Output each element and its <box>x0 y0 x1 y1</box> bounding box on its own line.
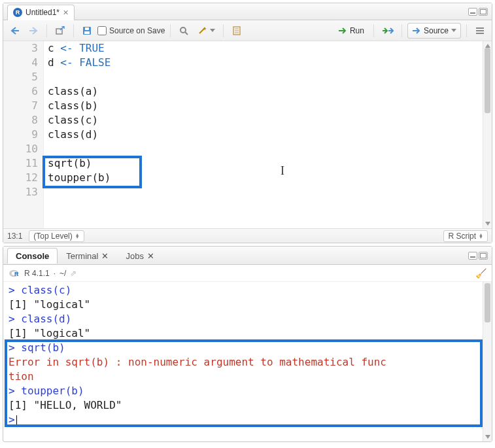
svg-line-5 <box>185 32 188 35</box>
text-cursor-icon: I <box>281 164 284 178</box>
tab-console[interactable]: Console <box>7 248 58 264</box>
rerun-button[interactable] <box>379 23 396 39</box>
maximize-pane-icon[interactable] <box>479 8 488 16</box>
scope-selector[interactable]: (Top Level) ▲▼ <box>29 230 84 242</box>
line-number: 4 <box>9 56 38 70</box>
minimize-pane-icon[interactable] <box>468 8 477 16</box>
tab-terminal-label: Terminal <box>66 251 98 261</box>
line-number: 6 <box>9 84 38 99</box>
go-to-dir-icon[interactable]: ⇗ <box>70 269 77 278</box>
close-icon[interactable]: ✕ <box>63 9 69 17</box>
filetype-label: R Script <box>448 232 476 241</box>
svg-point-4 <box>180 27 186 33</box>
line-number: 8 <box>9 113 38 128</box>
tab-jobs[interactable]: Jobs✕ <box>117 248 162 264</box>
popout-button[interactable] <box>52 23 68 39</box>
console-tab-bar: Console Terminal✕ Jobs✕ <box>3 247 492 265</box>
cursor-position: 13:1 <box>7 232 22 241</box>
tab-console-label: Console <box>16 251 49 261</box>
editor-status-bar: 13:1 (Top Level) ▲▼ R Script ▲▼ <box>3 228 492 243</box>
svg-text:R: R <box>14 271 19 277</box>
forward-button[interactable] <box>26 23 41 39</box>
source-button[interactable]: Source <box>407 23 461 39</box>
console-sep: · <box>54 269 56 278</box>
close-icon[interactable]: ✕ <box>101 251 109 261</box>
source-label: Source <box>424 26 449 35</box>
editor-tab[interactable]: R Untitled1* ✕ <box>7 5 75 20</box>
line-number: 13 <box>9 185 38 199</box>
code-area[interactable]: c <- TRUEd <- FALSE class(a)class(b)clas… <box>44 41 492 228</box>
line-number: 12 <box>9 171 38 185</box>
scrollbar-thumb[interactable] <box>485 283 490 322</box>
find-button[interactable] <box>176 23 192 39</box>
svg-rect-2 <box>85 27 89 30</box>
run-label: Run <box>350 26 364 35</box>
source-on-save-checkbox[interactable]: Source on Save <box>97 26 165 35</box>
run-arrow-icon <box>338 27 347 35</box>
editor-tab-bar: R Untitled1* ✕ <box>3 3 492 20</box>
close-icon[interactable]: ✕ <box>147 251 154 261</box>
r-logo-icon: R <box>9 269 20 278</box>
console-pane: Console Terminal✕ Jobs✕ R R 4.1.1 · ~/ ⇗… <box>3 246 492 442</box>
source-on-save-input[interactable] <box>97 26 107 35</box>
clear-console-icon[interactable]: 🧹 <box>475 268 486 279</box>
source-on-save-label: Source on Save <box>109 26 165 35</box>
save-button[interactable] <box>79 23 95 39</box>
line-number: 11 <box>9 156 38 171</box>
line-number: 3 <box>9 41 38 56</box>
notebook-button[interactable] <box>229 23 245 39</box>
scope-label: (Top Level) <box>33 232 72 241</box>
line-number: 9 <box>9 128 38 142</box>
tab-terminal[interactable]: Terminal✕ <box>58 248 117 264</box>
line-number: 10 <box>9 142 38 156</box>
source-arrow-icon <box>412 27 421 35</box>
line-gutter: 3 4 5 6 7 8 9 10 11 12 13 <box>3 41 44 228</box>
r-version: R 4.1.1 <box>24 269 50 278</box>
run-button[interactable]: Run <box>334 23 368 39</box>
code-editor[interactable]: 3 4 5 6 7 8 9 10 11 12 13 c <- TRUEd <- … <box>3 41 492 228</box>
svg-rect-3 <box>84 31 90 34</box>
editor-scrollbar[interactable] <box>483 41 492 228</box>
line-number: 7 <box>9 99 38 113</box>
line-number: 5 <box>9 70 38 84</box>
svg-line-6 <box>199 28 205 33</box>
scrollbar-thumb[interactable] <box>485 48 490 113</box>
editor-tab-title: Untitled1* <box>26 8 60 17</box>
console-output[interactable]: > class(c)[1] "logical"> class(d)[1] "lo… <box>3 282 492 441</box>
editor-pane: R Untitled1* ✕ Source on Save Run <box>3 3 492 243</box>
working-dir: ~/ <box>60 269 66 278</box>
tab-jobs-label: Jobs <box>126 251 143 261</box>
outline-button[interactable] <box>472 23 488 39</box>
editor-toolbar: Source on Save Run Source <box>3 20 492 41</box>
r-file-icon: R <box>13 8 22 17</box>
back-button[interactable] <box>7 23 23 39</box>
console-scrollbar[interactable] <box>483 282 492 441</box>
console-info-bar: R R 4.1.1 · ~/ ⇗ 🧹 <box>3 265 492 282</box>
maximize-pane-icon[interactable] <box>479 252 488 260</box>
minimize-pane-icon[interactable] <box>468 252 477 260</box>
magic-wand-button[interactable] <box>194 23 218 39</box>
filetype-selector[interactable]: R Script ▲▼ <box>443 230 488 242</box>
